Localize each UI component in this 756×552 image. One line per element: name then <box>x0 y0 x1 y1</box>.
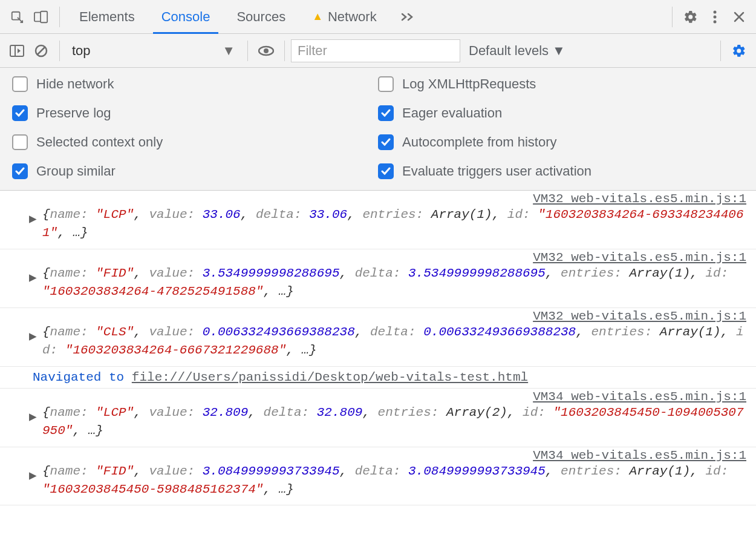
console-log-entry[interactable]: VM34 web-vitals.es5.min.js:1▶{name: "LCP… <box>0 389 756 447</box>
divider <box>247 41 248 61</box>
close-icon[interactable] <box>727 5 751 29</box>
tab-sources[interactable]: Sources <box>223 1 299 33</box>
console-filter-bar: top ▼ Default levels ▼ <box>0 34 756 68</box>
checkbox-label: Eager evaluation <box>402 105 502 121</box>
more-tabs-button[interactable] <box>390 4 424 30</box>
console-log-entry[interactable]: VM32 web-vitals.es5.min.js:1▶{name: "CLS… <box>0 308 756 367</box>
checkbox-label: Preserve log <box>36 105 111 121</box>
inspect-element-icon[interactable] <box>5 5 29 29</box>
panel-tabs: Elements Console Sources ▲ Network <box>66 1 424 33</box>
tab-console[interactable]: Console <box>148 1 224 33</box>
expand-icon[interactable]: ▶ <box>29 329 37 344</box>
checkbox-icon <box>378 76 394 92</box>
svg-point-5 <box>714 20 717 23</box>
log-source-link[interactable]: VM32 web-vitals.es5.min.js:1 <box>42 192 749 206</box>
warning-icon: ▲ <box>312 10 323 23</box>
console-log-entry[interactable]: VM32 web-vitals.es5.min.js:1▶{name: "LCP… <box>0 191 756 249</box>
expand-icon[interactable]: ▶ <box>29 468 37 483</box>
checkbox-preserve-log[interactable]: Preserve log <box>12 105 378 121</box>
checkbox-icon <box>12 134 28 150</box>
log-source-link[interactable]: VM32 web-vitals.es5.min.js:1 <box>42 251 749 264</box>
log-source-link[interactable]: VM34 web-vitals.es5.min.js:1 <box>42 390 749 404</box>
expand-icon[interactable]: ▶ <box>29 270 37 285</box>
context-value: top <box>72 43 91 59</box>
divider <box>672 7 673 27</box>
divider <box>284 41 285 61</box>
checkbox-label: Selected context only <box>36 134 163 150</box>
checkbox-autocomplete-history[interactable]: Autocomplete from history <box>378 134 744 150</box>
divider <box>59 7 60 27</box>
svg-point-3 <box>714 10 717 13</box>
chevron-down-icon: ▼ <box>552 43 565 59</box>
devtools-main-toolbar: Elements Console Sources ▲ Network <box>0 0 756 34</box>
device-toolbar-icon[interactable] <box>29 5 53 29</box>
log-source-link[interactable]: VM34 web-vitals.es5.min.js:1 <box>42 448 749 462</box>
tab-network[interactable]: ▲ Network <box>299 1 390 33</box>
svg-point-11 <box>264 48 269 53</box>
checkbox-label: Evaluate triggers user activation <box>402 163 591 179</box>
log-object: {name: "FID", value: 3.0849999993733945,… <box>42 462 749 499</box>
log-object: {name: "FID", value: 3.5349999998288695,… <box>42 264 749 301</box>
live-expression-icon[interactable] <box>254 39 278 63</box>
toolbar-right <box>666 5 751 29</box>
nav-url-link[interactable]: file:///Users/panissidi/Desktop/web-vita… <box>132 370 528 384</box>
tab-network-label: Network <box>328 9 377 25</box>
filter-input[interactable] <box>291 39 460 62</box>
log-object: {name: "CLS", value: 0.00633249366938823… <box>42 323 749 360</box>
checkbox-icon <box>378 105 394 121</box>
levels-label: Default levels <box>469 43 549 59</box>
checkbox-log-xhr[interactable]: Log XMLHttpRequests <box>378 76 744 92</box>
checkbox-icon <box>12 105 28 121</box>
checkbox-label: Group similar <box>36 163 116 179</box>
svg-line-9 <box>37 47 45 54</box>
checkbox-icon <box>378 163 394 179</box>
checkbox-evaluate-triggers[interactable]: Evaluate triggers user activation <box>378 163 744 179</box>
divider <box>720 41 721 61</box>
clear-console-icon[interactable] <box>29 39 53 63</box>
nav-label: Navigated to <box>33 370 132 384</box>
log-object: {name: "LCP", value: 33.06, delta: 33.06… <box>42 206 749 243</box>
console-settings-panel: Hide network Log XMLHttpRequests Preserv… <box>0 68 756 191</box>
navigation-message: Navigated to file:///Users/panissidi/Des… <box>0 367 756 389</box>
settings-gear-icon[interactable] <box>679 5 703 29</box>
checkbox-eager-eval[interactable]: Eager evaluation <box>378 105 744 121</box>
context-selector[interactable]: top ▼ <box>66 39 241 63</box>
svg-point-4 <box>714 15 717 18</box>
checkbox-selected-context[interactable]: Selected context only <box>12 134 378 150</box>
log-object: {name: "LCP", value: 32.809, delta: 32.8… <box>42 404 749 441</box>
svg-rect-2 <box>41 11 47 22</box>
checkbox-label: Log XMLHttpRequests <box>402 76 536 92</box>
checkbox-label: Autocomplete from history <box>402 134 557 150</box>
checkbox-icon <box>12 76 28 92</box>
console-messages: VM32 web-vitals.es5.min.js:1▶{name: "LCP… <box>0 191 756 505</box>
checkbox-hide-network[interactable]: Hide network <box>12 76 378 92</box>
checkbox-label: Hide network <box>36 76 114 92</box>
log-levels-selector[interactable]: Default levels ▼ <box>460 43 574 59</box>
svg-rect-6 <box>10 45 24 56</box>
expand-icon[interactable]: ▶ <box>29 409 37 424</box>
checkbox-group-similar[interactable]: Group similar <box>12 163 378 179</box>
checkbox-icon <box>12 163 28 179</box>
tab-elements[interactable]: Elements <box>66 1 148 33</box>
divider <box>59 41 60 61</box>
log-source-link[interactable]: VM32 web-vitals.es5.min.js:1 <box>42 309 749 323</box>
console-settings-icon[interactable] <box>727 39 751 63</box>
console-log-entry[interactable]: VM34 web-vitals.es5.min.js:1▶{name: "FID… <box>0 447 756 506</box>
console-log-entry[interactable]: VM32 web-vitals.es5.min.js:1▶{name: "FID… <box>0 249 756 308</box>
kebab-menu-icon[interactable] <box>703 5 727 29</box>
chevron-down-icon: ▼ <box>222 43 235 59</box>
expand-icon[interactable]: ▶ <box>29 211 37 226</box>
checkbox-icon <box>378 134 394 150</box>
sidebar-toggle-icon[interactable] <box>5 39 29 63</box>
